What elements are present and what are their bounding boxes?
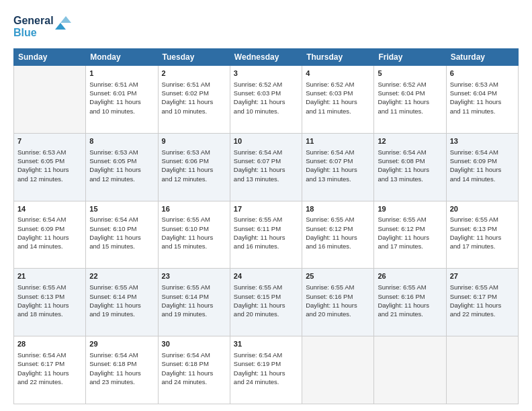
svg-marker-3 [60,16,71,23]
day-info: Sunrise: 6:54 AMSunset: 6:08 PMDaylight:… [378,148,442,183]
calendar-week-row: 7Sunrise: 6:53 AMSunset: 6:05 PMDaylight… [14,133,519,201]
calendar-cell: 29Sunrise: 6:54 AMSunset: 6:18 PMDayligh… [86,336,158,404]
day-info: Sunrise: 6:51 AMSunset: 6:02 PMDaylight:… [162,80,226,116]
day-info: Sunrise: 6:55 AMSunset: 6:13 PMDaylight:… [450,215,515,250]
day-info: Sunrise: 6:55 AMSunset: 6:16 PMDaylight:… [378,283,442,318]
logo-icon: General Blue [13,11,74,42]
day-info: Sunrise: 6:54 AMSunset: 6:10 PMDaylight:… [89,215,154,250]
calendar-cell: 9Sunrise: 6:53 AMSunset: 6:06 PMDaylight… [158,133,230,201]
day-number: 19 [378,204,442,214]
calendar-cell: 27Sunrise: 6:55 AMSunset: 6:17 PMDayligh… [446,269,518,336]
day-info: Sunrise: 6:54 AMSunset: 6:17 PMDaylight:… [17,351,82,386]
day-number: 28 [17,339,82,349]
day-number: 5 [378,68,442,79]
calendar-cell: 18Sunrise: 6:55 AMSunset: 6:12 PMDayligh… [302,201,374,269]
calendar-cell: 16Sunrise: 6:55 AMSunset: 6:10 PMDayligh… [158,201,230,269]
calendar-cell: 21Sunrise: 6:55 AMSunset: 6:13 PMDayligh… [14,269,86,336]
day-number: 22 [89,271,154,281]
day-number: 18 [306,204,370,214]
day-number: 12 [378,136,442,146]
header-thursday: Thursday [302,49,374,66]
day-number: 21 [17,271,82,281]
calendar-cell: 22Sunrise: 6:55 AMSunset: 6:14 PMDayligh… [86,269,158,336]
calendar-cell: 5Sunrise: 6:52 AMSunset: 6:04 PMDaylight… [374,66,446,134]
day-info: Sunrise: 6:55 AMSunset: 6:16 PMDaylight:… [306,283,370,318]
calendar-cell: 4Sunrise: 6:52 AMSunset: 6:03 PMDaylight… [302,66,374,134]
day-number: 6 [450,68,515,79]
calendar-cell: 20Sunrise: 6:55 AMSunset: 6:13 PMDayligh… [446,201,518,269]
calendar-cell: 12Sunrise: 6:54 AMSunset: 6:08 PMDayligh… [374,133,446,201]
header: General Blue [13,11,519,42]
day-info: Sunrise: 6:55 AMSunset: 6:14 PMDaylight:… [89,283,154,318]
day-number: 20 [450,204,515,214]
day-number: 30 [162,339,226,349]
logo: General Blue [13,11,74,42]
day-info: Sunrise: 6:55 AMSunset: 6:11 PMDaylight:… [234,215,298,250]
svg-text:Blue: Blue [13,27,37,38]
day-info: Sunrise: 6:55 AMSunset: 6:12 PMDaylight:… [378,215,442,250]
svg-text:General: General [13,15,54,26]
day-number: 1 [89,68,154,79]
header-wednesday: Wednesday [230,49,302,66]
calendar-cell: 6Sunrise: 6:53 AMSunset: 6:04 PMDaylight… [446,66,518,134]
day-info: Sunrise: 6:53 AMSunset: 6:04 PMDaylight:… [450,80,515,116]
day-number: 4 [306,68,370,79]
day-info: Sunrise: 6:52 AMSunset: 6:03 PMDaylight:… [306,80,370,116]
day-info: Sunrise: 6:54 AMSunset: 6:07 PMDaylight:… [234,148,298,183]
day-number: 7 [17,136,82,146]
calendar-cell: 1Sunrise: 6:51 AMSunset: 6:01 PMDaylight… [86,66,158,134]
day-info: Sunrise: 6:55 AMSunset: 6:13 PMDaylight:… [17,283,82,318]
calendar-cell: 23Sunrise: 6:55 AMSunset: 6:14 PMDayligh… [158,269,230,336]
day-number: 2 [162,68,226,79]
day-number: 10 [234,136,298,146]
day-info: Sunrise: 6:55 AMSunset: 6:10 PMDaylight:… [162,215,226,250]
day-number: 13 [450,136,515,146]
day-number: 8 [89,136,154,146]
calendar-week-row: 21Sunrise: 6:55 AMSunset: 6:13 PMDayligh… [14,269,519,336]
day-info: Sunrise: 6:53 AMSunset: 6:05 PMDaylight:… [89,148,154,183]
calendar-week-row: 14Sunrise: 6:54 AMSunset: 6:09 PMDayligh… [14,201,519,269]
calendar-cell: 28Sunrise: 6:54 AMSunset: 6:17 PMDayligh… [14,336,86,404]
day-number: 29 [89,339,154,349]
calendar-cell [14,66,86,134]
day-info: Sunrise: 6:55 AMSunset: 6:15 PMDaylight:… [234,283,298,318]
day-info: Sunrise: 6:55 AMSunset: 6:14 PMDaylight:… [162,283,226,318]
calendar-cell: 2Sunrise: 6:51 AMSunset: 6:02 PMDaylight… [158,66,230,134]
day-number: 3 [234,68,298,79]
day-number: 11 [306,136,370,146]
page: General Blue SundayMondayTuesdayWednesda… [0,0,532,411]
day-number: 9 [162,136,226,146]
calendar-cell: 14Sunrise: 6:54 AMSunset: 6:09 PMDayligh… [14,201,86,269]
calendar-header-row: SundayMondayTuesdayWednesdayThursdayFrid… [14,49,519,66]
header-friday: Friday [374,49,446,66]
day-number: 24 [234,271,298,281]
calendar-cell: 13Sunrise: 6:54 AMSunset: 6:09 PMDayligh… [446,133,518,201]
calendar-cell: 24Sunrise: 6:55 AMSunset: 6:15 PMDayligh… [230,269,302,336]
calendar-cell: 3Sunrise: 6:52 AMSunset: 6:03 PMDaylight… [230,66,302,134]
calendar-cell: 10Sunrise: 6:54 AMSunset: 6:07 PMDayligh… [230,133,302,201]
header-monday: Monday [86,49,158,66]
day-info: Sunrise: 6:55 AMSunset: 6:12 PMDaylight:… [306,215,370,250]
day-info: Sunrise: 6:53 AMSunset: 6:05 PMDaylight:… [17,148,82,183]
day-number: 17 [234,204,298,214]
calendar-cell: 11Sunrise: 6:54 AMSunset: 6:07 PMDayligh… [302,133,374,201]
day-info: Sunrise: 6:54 AMSunset: 6:09 PMDaylight:… [17,215,82,250]
calendar-week-row: 28Sunrise: 6:54 AMSunset: 6:17 PMDayligh… [14,336,519,404]
day-info: Sunrise: 6:54 AMSunset: 6:18 PMDaylight:… [89,351,154,386]
calendar-cell: 8Sunrise: 6:53 AMSunset: 6:05 PMDaylight… [86,133,158,201]
day-number: 26 [378,271,442,281]
day-info: Sunrise: 6:54 AMSunset: 6:18 PMDaylight:… [162,351,226,386]
day-info: Sunrise: 6:52 AMSunset: 6:03 PMDaylight:… [234,80,298,116]
header-sunday: Sunday [14,49,86,66]
calendar-cell: 19Sunrise: 6:55 AMSunset: 6:12 PMDayligh… [374,201,446,269]
day-info: Sunrise: 6:54 AMSunset: 6:19 PMDaylight:… [234,351,298,386]
calendar-cell [374,336,446,404]
day-info: Sunrise: 6:51 AMSunset: 6:01 PMDaylight:… [89,80,154,116]
calendar-cell: 17Sunrise: 6:55 AMSunset: 6:11 PMDayligh… [230,201,302,269]
day-number: 14 [17,204,82,214]
day-number: 15 [89,204,154,214]
calendar-cell [446,336,518,404]
day-info: Sunrise: 6:54 AMSunset: 6:07 PMDaylight:… [306,148,370,183]
day-number: 23 [162,271,226,281]
day-info: Sunrise: 6:52 AMSunset: 6:04 PMDaylight:… [378,80,442,116]
